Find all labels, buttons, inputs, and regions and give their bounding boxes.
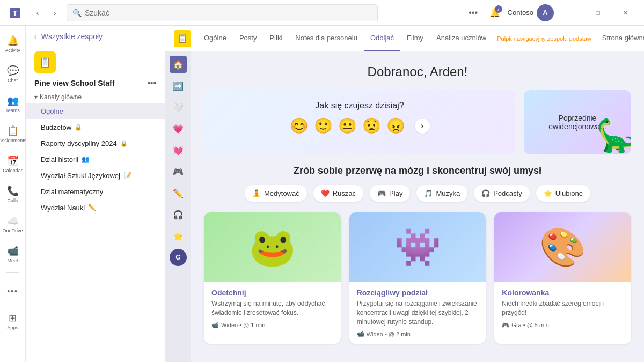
nav-forward-button[interactable]: › xyxy=(47,5,62,20)
activity-card-rozciagliwy[interactable]: 👾 Rozciągliwy podział Przygotuj się na r… xyxy=(349,212,486,344)
tab-analiza[interactable]: Analiza uczniów xyxy=(430,26,493,51)
tab-pliki[interactable]: Pliki xyxy=(263,26,289,51)
team-name-row: Pine view School Staff ••• xyxy=(26,77,165,89)
channel-item-sztuki[interactable]: Wydział Sztuki Językowej 📝 xyxy=(26,167,165,183)
tab-posty-label: Posty xyxy=(239,34,257,42)
app-logo: T xyxy=(6,4,24,21)
rail-wellness-icon[interactable]: 💗 xyxy=(170,120,187,137)
focus-title: Zrób sobie przerwę na mózg i skoncentruj… xyxy=(204,165,631,176)
sidebar-item-assignments[interactable]: 📋 Assignments xyxy=(2,120,24,148)
more-icon: ••• xyxy=(7,287,18,295)
card-title-rozciagliwy: Rozciągliwy podział xyxy=(357,289,479,297)
tab-bar: 📋 Ogólne Posty Pliki Notes dla personelu… xyxy=(165,26,644,51)
channel-item-historia[interactable]: Dział historii 👥 xyxy=(26,151,165,167)
frog-illustration: 🐸 xyxy=(249,225,296,269)
sidebar-item-calendar[interactable]: 📅 Calendar xyxy=(2,150,24,178)
tab-odbijac-label: Odbijać xyxy=(370,34,394,42)
rail-heartbeat-icon[interactable]: 💓 xyxy=(170,142,187,159)
channel-label-ogolne: Ogólne xyxy=(41,107,63,115)
sidebar-item-meet[interactable]: 📹 Meet xyxy=(2,240,24,268)
mood-emoji-2[interactable]: 🙂 xyxy=(314,117,333,135)
card-meta-rozciagliwy: 📹 Wideo • @ 2 min xyxy=(357,330,479,337)
rail-pencil-icon[interactable]: ✏️ xyxy=(170,184,187,202)
tab-ogolne[interactable]: Ogólne xyxy=(197,26,233,51)
focus-tab-label-2: Play xyxy=(389,189,402,197)
apps-icon: ⊞ xyxy=(9,312,17,324)
focus-tab-muzyka[interactable]: 🎵 Muzyka xyxy=(416,185,467,202)
tab-pulpit[interactable]: Pulpit nawigacyjny zespołu podstaw xyxy=(493,35,596,42)
minimize-button[interactable]: — xyxy=(558,4,582,21)
rail-arrow-right-icon[interactable]: ➡️ xyxy=(170,77,187,94)
sidebar-item-teams[interactable]: 👥 Teams xyxy=(2,90,24,118)
mood-emoji-4[interactable]: 😟 xyxy=(362,117,381,135)
previous-card[interactable]: Poprzednie ewidencjonowa... 🦕 xyxy=(524,90,631,154)
card-body-kolorowanka: Kolorowanka Niech kredki zbadać szereg e… xyxy=(494,282,631,335)
team-avatar-tab: 📋 xyxy=(174,30,191,47)
rail-game-icon[interactable]: 🎮 xyxy=(170,163,187,180)
mood-emoji-1[interactable]: 😊 xyxy=(290,117,309,135)
search-input[interactable] xyxy=(85,9,372,17)
teams-label: Teams xyxy=(5,108,20,113)
channel-item-budzetow[interactable]: Budżetów 🔒 xyxy=(26,119,165,135)
sidebar-item-activity[interactable]: 🔔 Activity xyxy=(2,30,24,58)
focus-tab-label-3: Muzyka xyxy=(436,189,460,197)
team-card: 📋 xyxy=(26,47,165,77)
rail-headphone-icon[interactable]: 🎧 xyxy=(170,206,187,223)
activity-label: Activity xyxy=(5,48,20,53)
avatar[interactable]: A xyxy=(537,4,554,21)
activity-card-odetchnij[interactable]: 🐸 Odetchnij Wstrzymaj się na minutę, aby… xyxy=(204,212,341,344)
search-bar[interactable]: 🔍 xyxy=(67,4,378,21)
channel-item-ogolne[interactable]: Ogólne xyxy=(26,103,165,119)
sidebar-item-calls[interactable]: 📞 Calls xyxy=(2,180,24,208)
channel-label-matematyka: Dział matematyczny xyxy=(41,188,103,196)
nav-back-button[interactable]: ‹ xyxy=(30,5,45,20)
channel-item-matematyka[interactable]: Dział matematyczny xyxy=(26,183,165,200)
mood-next-button[interactable]: › xyxy=(415,119,430,134)
star-icon: ⭐ xyxy=(544,189,552,197)
team-name: Pine view School Staff xyxy=(34,79,114,87)
tab-analiza-label: Analiza uczniów xyxy=(436,34,486,42)
tab-filmy[interactable]: Filmy xyxy=(400,26,430,51)
focus-tab-play[interactable]: 🎮 Play xyxy=(370,185,410,202)
channel-item-raporty[interactable]: Raporty dyscypliny 2024 🔒 xyxy=(26,135,165,151)
focus-tab-ulubione[interactable]: ⭐ Ulubione xyxy=(536,185,590,202)
rail-gen-icon[interactable]: G xyxy=(170,249,187,266)
channels-header[interactable]: ▾ Kanały główne xyxy=(26,91,165,103)
tab-notes[interactable]: Notes dla personelu xyxy=(289,26,364,51)
back-to-teams-button[interactable]: ‹ Wszystkie zespoły xyxy=(26,26,165,47)
focus-tab-ruszac[interactable]: ❤️ Ruszać xyxy=(313,185,363,202)
tab-filmy-label: Filmy xyxy=(407,34,423,42)
close-button[interactable]: ✕ xyxy=(614,4,638,21)
tab-strona[interactable]: Strona główna ⊕ xyxy=(596,26,644,51)
onedrive-label: OneDrive xyxy=(2,228,23,233)
lock-icon-raporty: 🔒 xyxy=(120,140,128,147)
sidebar-item-chat[interactable]: 💬 Chat xyxy=(2,60,24,88)
search-icon: 🔍 xyxy=(72,9,82,17)
focus-tab-medytowac[interactable]: 🧘 Medytować xyxy=(245,185,307,202)
sidebar-item-apps[interactable]: ⊞ Apps xyxy=(2,307,24,335)
mood-emoji-3[interactable]: 😐 xyxy=(338,117,357,135)
sidebar-item-onedrive[interactable]: ☁️ OneDrive xyxy=(2,210,24,238)
rail-home-icon[interactable]: 🏠 xyxy=(170,56,187,73)
channels-section: ▾ Kanały główne Ogólne Budżetów 🔒 Raport… xyxy=(26,89,165,218)
tab-odbijac[interactable]: Odbijać xyxy=(364,26,400,51)
rail-star-icon[interactable]: ⭐ xyxy=(170,227,187,245)
meta-text-odetchnij: Wideo • @ 1 min xyxy=(221,322,265,328)
mood-emoji-5[interactable]: 😠 xyxy=(386,117,405,135)
maximize-button[interactable]: □ xyxy=(586,4,610,21)
user-area[interactable]: Contoso A xyxy=(508,4,554,21)
focus-tab-podcasty[interactable]: 🎧 Podcasty xyxy=(474,185,529,202)
tab-posty[interactable]: Posty xyxy=(233,26,264,51)
focus-tab-label-5: Ulubione xyxy=(555,189,583,197)
card-desc-rozciagliwy: Przygotuj się na rozciąganie i zwiększan… xyxy=(357,299,479,326)
more-options-button[interactable]: ••• xyxy=(465,4,482,21)
activity-card-kolorowanka[interactable]: 🎨 Kolorowanka Niech kredki zbadać szereg… xyxy=(494,212,631,344)
team-more-button[interactable]: ••• xyxy=(147,78,156,88)
notification-button[interactable]: 🔔 7 xyxy=(486,4,503,21)
focus-tabs: 🧘 Medytować ❤️ Ruszać 🎮 Play 🎵 Muzyka xyxy=(204,185,631,202)
card-body-rozciagliwy: Rozciągliwy podział Przygotuj się na roz… xyxy=(349,282,486,344)
sidebar-item-more[interactable]: ••• xyxy=(2,277,24,305)
calendar-icon: 📅 xyxy=(7,155,19,167)
channel-item-nauki[interactable]: Wydział Nauki ✏️ xyxy=(26,200,165,216)
rail-heart-icon[interactable]: 🤍 xyxy=(170,99,187,116)
